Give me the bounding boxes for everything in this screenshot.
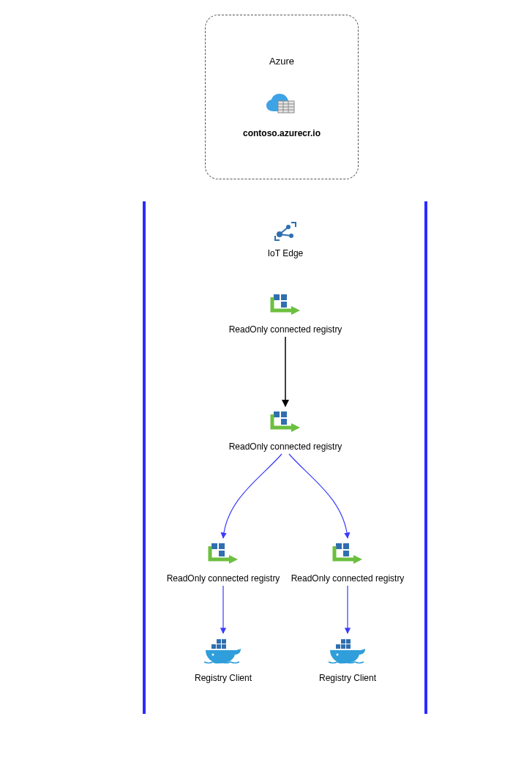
- registry-client-left: Registry Client: [161, 637, 285, 683]
- docker-whale-icon: [203, 658, 244, 668]
- svg-rect-35: [346, 644, 351, 649]
- svg-marker-26: [353, 555, 362, 564]
- svg-marker-22: [229, 555, 238, 564]
- svg-rect-33: [336, 644, 340, 649]
- svg-rect-13: [281, 302, 287, 308]
- readonly-registry-1: ReadOnly connected registry: [223, 293, 348, 335]
- iot-edge-label: IoT Edge: [223, 248, 348, 258]
- boundary-left-line: [143, 201, 146, 714]
- svg-rect-29: [222, 644, 226, 649]
- iot-edge-icon: [272, 234, 299, 244]
- svg-line-9: [280, 227, 288, 234]
- svg-marker-18: [291, 423, 300, 432]
- svg-rect-21: [219, 551, 225, 556]
- readonly-registry-right-label: ReadOnly connected registry: [285, 573, 410, 584]
- registry-client-right: Registry Client: [285, 637, 410, 683]
- svg-rect-23: [336, 543, 342, 549]
- svg-rect-25: [343, 551, 349, 556]
- svg-rect-17: [281, 419, 287, 425]
- azure-cloud-box: Azure contoso.azurecr.io: [205, 15, 359, 179]
- readonly-registry-left: ReadOnly connected registry: [161, 542, 285, 584]
- svg-rect-20: [219, 543, 225, 549]
- svg-rect-19: [211, 543, 217, 549]
- svg-marker-14: [291, 306, 300, 315]
- diagram-canvas: Azure contoso.azurecr.io: [0, 0, 532, 760]
- readonly-registry-2: ReadOnly connected registry: [223, 410, 348, 452]
- cloud-acr-icon: [263, 92, 300, 121]
- readonly-registry-right: ReadOnly connected registry: [285, 542, 410, 584]
- azure-title: Azure: [206, 56, 358, 67]
- svg-rect-16: [281, 411, 287, 417]
- acr-registry-label: contoso.azurecr.io: [206, 128, 358, 138]
- registry-arrow-icon: [331, 559, 364, 569]
- svg-rect-12: [281, 294, 287, 300]
- svg-point-32: [212, 654, 214, 656]
- svg-rect-11: [274, 294, 280, 300]
- svg-rect-28: [217, 644, 221, 649]
- readonly-registry-1-label: ReadOnly connected registry: [223, 324, 348, 335]
- registry-arrow-icon: [269, 310, 301, 320]
- svg-rect-37: [346, 639, 351, 644]
- arrow-r2-left: [223, 454, 282, 538]
- svg-point-38: [337, 654, 339, 656]
- svg-rect-30: [217, 639, 221, 644]
- readonly-registry-2-label: ReadOnly connected registry: [223, 442, 348, 452]
- registry-arrow-icon: [269, 427, 301, 437]
- readonly-registry-left-label: ReadOnly connected registry: [161, 573, 285, 584]
- svg-rect-31: [222, 639, 226, 644]
- svg-rect-27: [211, 644, 216, 649]
- iot-edge-node: IoT Edge: [223, 220, 348, 258]
- boundary-right-line: [424, 201, 427, 714]
- svg-rect-36: [341, 639, 345, 644]
- svg-rect-24: [343, 543, 349, 549]
- svg-rect-15: [274, 411, 280, 417]
- registry-client-right-label: Registry Client: [285, 673, 410, 683]
- svg-rect-34: [341, 644, 345, 649]
- registry-arrow-icon: [207, 559, 239, 569]
- registry-client-left-label: Registry Client: [161, 673, 285, 683]
- docker-whale-icon: [327, 658, 368, 668]
- arrow-r2-right: [289, 454, 348, 538]
